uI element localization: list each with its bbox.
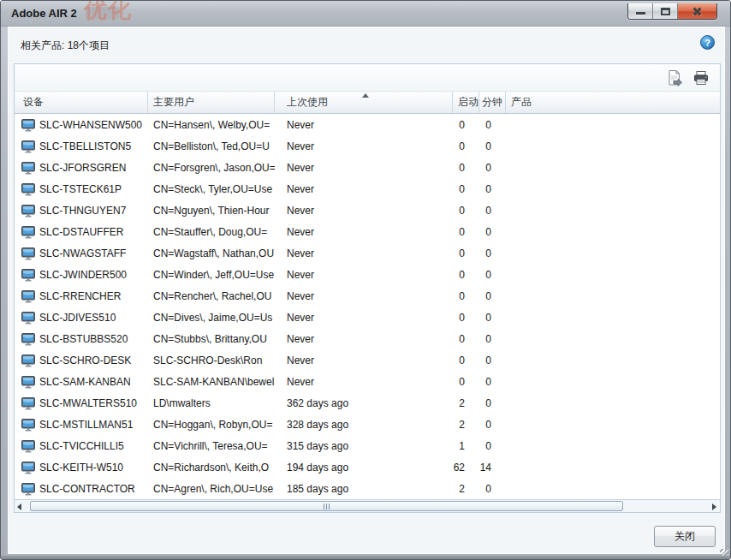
last-used: Never bbox=[275, 269, 453, 281]
table-row[interactable]: SLC-JDIVES510 CN=Dives\, Jaime,OU=Us Nev… bbox=[15, 307, 720, 328]
close-window-button[interactable] bbox=[678, 3, 716, 19]
table-row[interactable]: SLC-JWINDER500 CN=Winder\, Jeff,OU=Use N… bbox=[15, 264, 720, 285]
titlebar[interactable]: Adobe AIR 2 优化 bbox=[1, 1, 730, 27]
table-row[interactable]: SLC-KEITH-W510 CN=Richardson\, Keith,O 1… bbox=[15, 456, 720, 478]
primary-user: CN=Winder\, Jeff,OU=Use bbox=[148, 269, 275, 281]
minutes-count: 0 bbox=[479, 247, 506, 259]
launches-count: 0 bbox=[453, 119, 479, 131]
print-icon bbox=[692, 69, 710, 87]
primary-user: SLC-SCHRO-Desk\Ron bbox=[148, 354, 275, 366]
redaction-blob bbox=[86, 7, 119, 19]
launches-count: 0 bbox=[453, 162, 479, 174]
primary-user: CN=Vichrill\, Teresa,OU= bbox=[148, 440, 275, 452]
table-row[interactable]: SLC-JFORSGREN CN=Forsgren\, Jason,OU= Ne… bbox=[15, 157, 720, 178]
last-used: 328 days ago bbox=[275, 419, 453, 431]
table-body: SLC-WHANSENW500 CN=Hansen\, Welby,OU= Ne… bbox=[15, 114, 720, 499]
launches-count: 0 bbox=[453, 376, 479, 388]
maximize-button[interactable] bbox=[653, 3, 678, 19]
device-name: SLC-SCHRO-DESK bbox=[39, 354, 131, 366]
minutes-count: 0 bbox=[479, 312, 506, 324]
table-row[interactable]: SLC-THNGUYEN7 CN=Nguyen\, Thien-Hour Nev… bbox=[15, 200, 720, 221]
close-button[interactable]: 关闭 bbox=[654, 526, 716, 547]
last-used: Never bbox=[275, 376, 453, 388]
last-used: Never bbox=[275, 247, 453, 259]
scroll-right-arrow[interactable] bbox=[709, 500, 720, 512]
computer-icon bbox=[21, 461, 35, 474]
computer-icon bbox=[21, 332, 35, 346]
primary-user: CN=Rencher\, Rachel,OU bbox=[148, 290, 275, 302]
last-used: Never bbox=[275, 205, 453, 217]
table-row[interactable]: SLC-TSTECK61P CN=Steck\, Tyler,OU=Use Ne… bbox=[15, 178, 720, 200]
scrollbar-grip-icon bbox=[324, 503, 330, 509]
launches-count: 0 bbox=[453, 333, 479, 345]
column-header-launches[interactable]: 启动 bbox=[453, 92, 479, 113]
device-name: SLC-TSTECK61P bbox=[39, 183, 122, 195]
maximize-icon bbox=[661, 8, 670, 15]
table-row[interactable]: SLC-RRENCHER CN=Rencher\, Rachel,OU Neve… bbox=[15, 285, 720, 307]
minutes-count: 0 bbox=[479, 269, 506, 281]
table-row[interactable]: SLC-SAM-KANBAN SLC-SAM-KANBAN\bewell Nev… bbox=[15, 371, 720, 392]
device-name: SLC-WHANSENW500 bbox=[39, 119, 142, 131]
dialog-window: Adobe AIR 2 优化 相关产品: 18个项目 ? bbox=[0, 0, 731, 560]
device-name: SLC-MWALTERS510 bbox=[39, 397, 137, 409]
minutes-count: 0 bbox=[479, 397, 506, 409]
table-row[interactable]: SLC-DSTAUFFER CN=Stauffer\, Doug,OU= Nev… bbox=[15, 221, 720, 242]
resize-grip[interactable] bbox=[720, 549, 728, 557]
last-used: Never bbox=[275, 183, 453, 195]
column-header-user[interactable]: 主要用户 bbox=[148, 92, 275, 113]
device-name: SLC-JWINDER500 bbox=[39, 269, 127, 281]
primary-user: CN=Dives\, Jaime,OU=Us bbox=[148, 312, 275, 324]
last-used: 315 days ago bbox=[275, 440, 453, 452]
horizontal-scrollbar[interactable] bbox=[15, 499, 720, 512]
device-name: SLC-NWAGSTAFF bbox=[39, 247, 126, 259]
print-button[interactable] bbox=[692, 69, 710, 87]
table-row[interactable]: SLC-TBELLISTON5 CN=Belliston\, Ted,OU=U … bbox=[15, 135, 720, 157]
last-used: 362 days ago bbox=[275, 397, 453, 409]
launches-count: 0 bbox=[453, 312, 479, 324]
table-row[interactable]: SLC-NWAGSTAFF CN=Wagstaff\, Nathan,OU Ne… bbox=[15, 242, 720, 264]
minimize-icon bbox=[636, 12, 645, 15]
device-name: SLC-CONTRACTOR bbox=[39, 483, 135, 495]
help-button[interactable]: ? bbox=[700, 35, 715, 50]
table-row[interactable]: SLC-SCHRO-DESK SLC-SCHRO-Desk\Ron Never … bbox=[15, 349, 720, 371]
table-row[interactable]: SLC-MWALTERS510 LD\mwalters 362 days ago… bbox=[15, 392, 720, 414]
minutes-count: 14 bbox=[479, 462, 506, 474]
scrollbar-thumb[interactable] bbox=[30, 501, 623, 511]
minimize-button[interactable] bbox=[628, 3, 653, 19]
column-header-minutes[interactable]: 分钟 bbox=[479, 92, 506, 113]
computer-icon bbox=[21, 161, 35, 175]
column-header-product[interactable]: 产品 bbox=[506, 92, 720, 113]
computer-icon bbox=[21, 225, 35, 239]
minutes-count: 0 bbox=[479, 483, 506, 495]
computer-icon bbox=[21, 439, 35, 453]
close-icon bbox=[692, 7, 702, 16]
primary-user: CN=Belliston\, Ted,OU=U bbox=[148, 140, 275, 152]
device-name: SLC-THNGUYEN7 bbox=[39, 205, 126, 217]
table-row[interactable]: SLC-WHANSENW500 CN=Hansen\, Welby,OU= Ne… bbox=[15, 114, 720, 135]
minutes-count: 0 bbox=[479, 226, 506, 238]
window-title: Adobe AIR 2 bbox=[11, 7, 77, 20]
table-row[interactable]: SLC-MSTILLMAN51 CN=Hoggan\, Robyn,OU= 32… bbox=[15, 414, 720, 435]
device-name: SLC-JDIVES510 bbox=[39, 312, 116, 324]
primary-user: CN=Wagstaff\, Nathan,OU bbox=[148, 247, 275, 259]
scroll-left-arrow[interactable] bbox=[15, 500, 26, 512]
last-used: 194 days ago bbox=[275, 462, 453, 474]
table-toolbar bbox=[15, 64, 720, 92]
table-row[interactable]: SLC-CONTRACTOR CN=Agren\, Rich,OU=Use 18… bbox=[15, 478, 720, 499]
window-controls bbox=[627, 3, 717, 20]
primary-user: CN=Richardson\, Keith,O bbox=[148, 462, 275, 474]
last-used: Never bbox=[275, 162, 453, 174]
table-row[interactable]: SLC-BSTUBBS520 CN=Stubbs\, Brittany,OU N… bbox=[15, 328, 720, 349]
computer-icon bbox=[21, 204, 35, 217]
device-name: SLC-DSTAUFFER bbox=[39, 226, 123, 238]
export-button[interactable] bbox=[665, 69, 684, 87]
column-header-device[interactable]: 设备 bbox=[15, 92, 148, 113]
device-name: SLC-RRENCHER bbox=[39, 290, 121, 302]
device-name: SLC-KEITH-W510 bbox=[39, 462, 123, 474]
column-header-last-used[interactable]: 上次使用 bbox=[275, 92, 453, 113]
primary-user: CN=Steck\, Tyler,OU=Use bbox=[148, 183, 275, 195]
table-row[interactable]: SLC-TVICCHILLI5 CN=Vichrill\, Teresa,OU=… bbox=[15, 435, 720, 456]
launches-count: 0 bbox=[453, 205, 479, 217]
computer-icon bbox=[21, 140, 35, 153]
primary-user: CN=Hoggan\, Robyn,OU= bbox=[148, 419, 275, 431]
